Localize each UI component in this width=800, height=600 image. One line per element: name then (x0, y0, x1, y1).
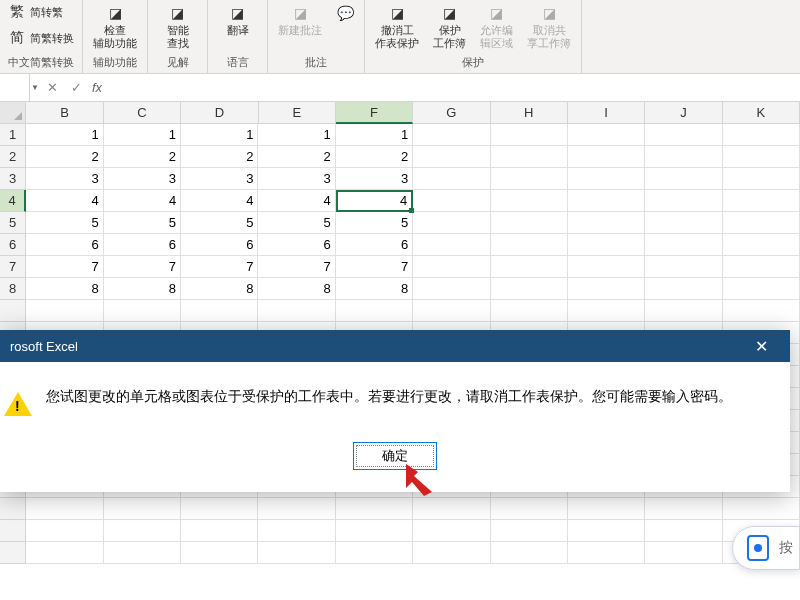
row-header-[interactable] (0, 498, 26, 520)
cell-F3[interactable]: 3 (336, 168, 413, 190)
cell-K1[interactable] (723, 124, 800, 146)
cell-H5[interactable] (491, 212, 568, 234)
cell-C[interactable] (104, 498, 181, 520)
column-header-K[interactable]: K (723, 102, 800, 124)
cell-C5[interactable]: 5 (104, 212, 181, 234)
cell-K6[interactable] (723, 234, 800, 256)
cell-F[interactable] (336, 542, 413, 564)
cell-K4[interactable] (723, 190, 800, 212)
cell-G3[interactable] (413, 168, 490, 190)
cell-J6[interactable] (645, 234, 722, 256)
cell-E[interactable] (258, 520, 335, 542)
cell-I[interactable] (568, 520, 645, 542)
cell-D6[interactable]: 6 (181, 234, 258, 256)
cell-H6[interactable] (491, 234, 568, 256)
cell-H[interactable] (491, 520, 568, 542)
cell-I[interactable] (568, 300, 645, 322)
cell-E5[interactable]: 5 (258, 212, 335, 234)
cell-D3[interactable]: 3 (181, 168, 258, 190)
row-header-4[interactable]: 4 (0, 190, 26, 212)
cell-G[interactable] (413, 520, 490, 542)
cell-F2[interactable]: 2 (336, 146, 413, 168)
cell-I6[interactable] (568, 234, 645, 256)
cancel-formula-icon[interactable]: ✕ (40, 80, 64, 95)
row-header-3[interactable]: 3 (0, 168, 26, 190)
cell-E[interactable] (258, 300, 335, 322)
unprotect-sheet-button[interactable]: ◪撤消工 作表保护 (371, 2, 423, 52)
cell-H[interactable] (491, 542, 568, 564)
enter-formula-icon[interactable]: ✓ (64, 80, 88, 95)
cell-B[interactable] (26, 520, 103, 542)
cell-H[interactable] (491, 498, 568, 520)
cell-J[interactable] (645, 300, 722, 322)
cell-K5[interactable] (723, 212, 800, 234)
cell-F[interactable] (336, 300, 413, 322)
cell-I3[interactable] (568, 168, 645, 190)
cell-B1[interactable]: 1 (26, 124, 103, 146)
cell-D4[interactable]: 4 (181, 190, 258, 212)
cell-B6[interactable]: 6 (26, 234, 103, 256)
cell-F8[interactable]: 8 (336, 278, 413, 300)
column-header-H[interactable]: H (491, 102, 568, 124)
cell-C[interactable] (104, 542, 181, 564)
column-header-J[interactable]: J (645, 102, 722, 124)
cell-E[interactable] (258, 498, 335, 520)
cell-E[interactable] (258, 542, 335, 564)
cell-H[interactable] (491, 300, 568, 322)
column-header-E[interactable]: E (259, 102, 336, 124)
row-header-7[interactable]: 7 (0, 256, 26, 278)
column-header-G[interactable]: G (413, 102, 490, 124)
cell-D2[interactable]: 2 (181, 146, 258, 168)
cell-G7[interactable] (413, 256, 490, 278)
cell-G6[interactable] (413, 234, 490, 256)
cell-I1[interactable] (568, 124, 645, 146)
cell-J[interactable] (645, 520, 722, 542)
close-icon[interactable]: ✕ (743, 337, 780, 356)
cell-B[interactable] (26, 498, 103, 520)
cell-G[interactable] (413, 542, 490, 564)
cell-F5[interactable]: 5 (336, 212, 413, 234)
protect-workbook-button[interactable]: ◪保护 工作簿 (429, 2, 470, 52)
row-header-6[interactable]: 6 (0, 234, 26, 256)
cell-I4[interactable] (568, 190, 645, 212)
cell-F[interactable] (336, 520, 413, 542)
cell-E3[interactable]: 3 (258, 168, 335, 190)
cell-H1[interactable] (491, 124, 568, 146)
translate-button[interactable]: ◪翻译 (223, 2, 253, 39)
cell-B2[interactable]: 2 (26, 146, 103, 168)
column-header-D[interactable]: D (181, 102, 258, 124)
column-header-F[interactable]: F (336, 102, 413, 124)
cell-H2[interactable] (491, 146, 568, 168)
cell-B4[interactable]: 4 (26, 190, 103, 212)
check-accessibility-button[interactable]: ◪检查 辅助功能 (89, 2, 141, 52)
cell-C1[interactable]: 1 (104, 124, 181, 146)
cell-J2[interactable] (645, 146, 722, 168)
cell-D[interactable] (181, 498, 258, 520)
cell-E1[interactable]: 1 (258, 124, 335, 146)
cell-I8[interactable] (568, 278, 645, 300)
cell-I2[interactable] (568, 146, 645, 168)
cell-F[interactable] (336, 498, 413, 520)
cell-K7[interactable] (723, 256, 800, 278)
cell-B3[interactable]: 3 (26, 168, 103, 190)
cell-G4[interactable] (413, 190, 490, 212)
row-header-8[interactable]: 8 (0, 278, 26, 300)
name-box-dropdown-icon[interactable]: ▼ (30, 83, 40, 92)
cell-K3[interactable] (723, 168, 800, 190)
formula-input[interactable] (106, 80, 800, 95)
name-box[interactable] (0, 74, 30, 101)
cell-K2[interactable] (723, 146, 800, 168)
cell-E4[interactable]: 4 (258, 190, 335, 212)
cell-J7[interactable] (645, 256, 722, 278)
cell-G2[interactable] (413, 146, 490, 168)
cell-E2[interactable]: 2 (258, 146, 335, 168)
cell-J[interactable] (645, 498, 722, 520)
cell-J[interactable] (645, 542, 722, 564)
cell-H4[interactable] (491, 190, 568, 212)
cell-J8[interactable] (645, 278, 722, 300)
cell-D[interactable] (181, 520, 258, 542)
row-header-[interactable] (0, 300, 26, 322)
cell-J4[interactable] (645, 190, 722, 212)
cell-B5[interactable]: 5 (26, 212, 103, 234)
select-all-button[interactable] (0, 102, 26, 124)
